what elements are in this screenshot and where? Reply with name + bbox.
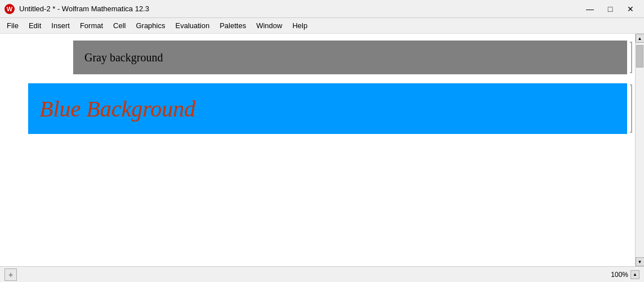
add-cell-button[interactable]: +: [5, 268, 17, 281]
scrollbar-right[interactable]: ▲ ▼: [635, 34, 644, 266]
blue-cell-text: Blue Background: [39, 96, 195, 122]
menu-evaluation[interactable]: Evaluation: [171, 20, 214, 32]
content-area: Gray background Blue Background: [0, 34, 635, 266]
app-icon: W: [5, 4, 15, 14]
menu-bar: File Edit Insert Format Cell Graphics Ev…: [0, 18, 644, 34]
minimize-button[interactable]: —: [581, 2, 599, 16]
menu-graphics[interactable]: Graphics: [131, 20, 169, 32]
scroll-thumb[interactable]: [636, 45, 643, 68]
zoom-area: 100% ▲: [611, 270, 639, 279]
blue-cell-bracket[interactable]: [627, 83, 635, 134]
main-area: Gray background Blue Background ▲ ▼: [0, 34, 644, 266]
blue-bracket-line: [630, 84, 632, 133]
scroll-track[interactable]: [636, 43, 644, 257]
gray-cell-text: Gray background: [84, 51, 163, 64]
blue-background-cell[interactable]: Blue Background: [28, 83, 627, 134]
title-bar-left: W Untitled-2 * - Wolfram Mathematica 12.…: [5, 4, 149, 14]
zoom-level: 100%: [611, 271, 628, 279]
bottom-bar: + 100% ▲: [0, 266, 644, 282]
scroll-up-button[interactable]: ▲: [636, 34, 645, 43]
svg-text:W: W: [7, 6, 13, 12]
cell-wrapper-blue: Blue Background: [0, 83, 635, 134]
gray-cell-bracket[interactable]: [627, 41, 635, 74]
menu-format[interactable]: Format: [75, 20, 108, 32]
scroll-down-button[interactable]: ▼: [636, 257, 645, 266]
menu-help[interactable]: Help: [288, 20, 312, 32]
window-controls: — □ ✕: [581, 2, 639, 16]
menu-file[interactable]: File: [2, 20, 23, 32]
menu-cell[interactable]: Cell: [109, 20, 130, 32]
menu-palettes[interactable]: Palettes: [215, 20, 251, 32]
maximize-button[interactable]: □: [601, 2, 619, 16]
menu-window[interactable]: Window: [252, 20, 287, 32]
menu-insert[interactable]: Insert: [47, 20, 74, 32]
zoom-up-button[interactable]: ▲: [630, 270, 639, 279]
menu-edit[interactable]: Edit: [24, 20, 46, 32]
title-bar: W Untitled-2 * - Wolfram Mathematica 12.…: [0, 0, 644, 18]
gray-background-cell[interactable]: Gray background: [73, 41, 627, 74]
cell-wrapper-gray: Gray background: [0, 41, 635, 74]
close-button[interactable]: ✕: [621, 2, 639, 16]
blue-cell-content: Blue Background: [0, 83, 627, 134]
gray-bracket-line: [630, 42, 632, 73]
gray-cell-content: Gray background: [0, 41, 627, 74]
window-title: Untitled-2 * - Wolfram Mathematica 12.3: [19, 5, 149, 13]
